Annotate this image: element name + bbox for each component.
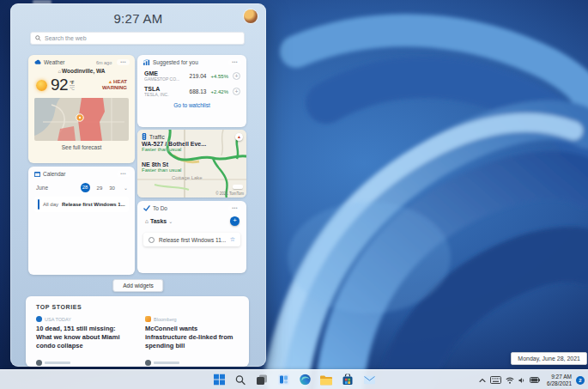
news-article[interactable]: USA TODAY 10 dead, 151 still missing: Wh…: [36, 316, 130, 350]
widgets-icon: [278, 374, 289, 386]
weather-map[interactable]: [34, 98, 129, 141]
todo-icon: [143, 205, 150, 211]
search-input[interactable]: [45, 35, 239, 41]
event-time: All day: [43, 202, 62, 207]
user-avatar[interactable]: [244, 9, 258, 23]
stock-row[interactable]: GME GAMESTOP CO... 219.04 +4.55% +: [137, 68, 246, 83]
stock-price: 688.13: [190, 88, 207, 94]
store-icon: [342, 374, 353, 386]
add-to-watchlist-button[interactable]: +: [233, 72, 240, 80]
add-task-button[interactable]: +: [230, 216, 239, 226]
news-source: USA TODAY: [45, 317, 71, 322]
traffic-icon: [142, 133, 147, 140]
calendar-title: Calendar: [43, 171, 65, 177]
stock-change: +2.42%: [210, 89, 228, 94]
panel-time: 9:27 AM: [10, 11, 266, 26]
more-options-button[interactable]: •••: [117, 59, 130, 65]
home-icon: ⌂: [58, 69, 61, 74]
calendar-date[interactable]: 29: [97, 185, 103, 191]
search-bar[interactable]: [30, 32, 245, 45]
stock-name: GAMESTOP CO...: [144, 76, 185, 82]
search-icon: [35, 35, 41, 41]
route-status: Faster than usual: [142, 147, 206, 152]
todo-widget[interactable]: To Do ••• ⌂ Tasks ⌄ + Release first Wind…: [137, 201, 246, 273]
calendar-icon: [34, 171, 40, 177]
calendar-date[interactable]: 30: [109, 185, 115, 191]
map-attribution: © 2021 TomTom: [215, 191, 244, 196]
more-options-button[interactable]: •••: [228, 205, 241, 211]
folder-icon: [320, 374, 332, 385]
taskbar-clock[interactable]: 9:27 AM 6/28/2021: [547, 374, 572, 386]
event-accent-bar: [38, 199, 39, 210]
news-source-icon: [145, 316, 151, 322]
stocks-widget[interactable]: Suggested for you ••• GME GAMESTOP CO...…: [137, 55, 246, 127]
map-zoom-control[interactable]: [233, 185, 243, 189]
calendar-date-selected[interactable]: 28: [81, 183, 90, 192]
stock-change: +4.55%: [210, 74, 228, 79]
mail-icon: [364, 375, 375, 384]
news-article[interactable]: Bloomberg McConnell wants infrastructure…: [145, 316, 239, 350]
add-to-watchlist-button[interactable]: +: [233, 88, 240, 95]
go-to-watchlist-link[interactable]: Go to watchlist: [137, 102, 246, 108]
news-headline: 10 dead, 151 still missing: What we know…: [36, 325, 130, 350]
traffic-widget[interactable]: Traffic WA-527 / Bothell Eve... Faster t…: [137, 130, 246, 198]
windows-icon: [214, 374, 225, 386]
news-headline: McConnell wants infrastructure de-linked…: [145, 325, 239, 350]
stock-name: TESLA, INC.: [144, 92, 185, 97]
start-button[interactable]: [212, 373, 227, 387]
add-widgets-button[interactable]: Add widgets: [112, 279, 163, 292]
weather-widget[interactable]: Weather 6m ago ••• ⌂Woodinville, WA 92 °…: [28, 55, 135, 163]
search-button[interactable]: [233, 373, 248, 387]
taskbar: 9:27 AM 6/28/2021 2: [0, 369, 588, 389]
warning-triangle-icon: ▲: [108, 79, 112, 84]
tasks-dropdown[interactable]: ⌂ Tasks ⌄ +: [137, 214, 246, 226]
widgets-panel: 9:27 AM Weather 6m ago ••• ⌂Woodinville,…: [10, 3, 266, 367]
weather-title: Weather: [44, 59, 64, 65]
wifi-icon[interactable]: [506, 377, 514, 384]
task-view-button[interactable]: [255, 373, 270, 387]
more-options-button[interactable]: •••: [117, 171, 130, 177]
edge-button[interactable]: [298, 373, 312, 387]
file-explorer-button[interactable]: [319, 373, 334, 387]
tray-chevron-up-icon[interactable]: [479, 378, 486, 383]
volume-icon[interactable]: [518, 377, 525, 384]
stocks-icon: [143, 59, 150, 65]
news-source-icon: [36, 316, 42, 322]
traffic-route[interactable]: WA-527 / Bothell Eve... Faster than usua…: [142, 141, 206, 152]
widgets-button[interactable]: [276, 373, 291, 387]
battery-icon[interactable]: [530, 377, 540, 383]
store-button[interactable]: [341, 373, 355, 387]
temp-unit-f[interactable]: °F: [70, 80, 75, 86]
star-icon[interactable]: ☆: [230, 236, 235, 243]
weather-location-row: ⌂Woodinville, WA: [28, 68, 135, 74]
calendar-widget[interactable]: Calendar ••• June 28 29 30 ⌄ All day Rel…: [28, 167, 135, 275]
date-tooltip: Monday, June 28, 2021: [511, 352, 587, 365]
heat-warning: ▲HEAT WARNING: [102, 79, 127, 91]
task-checkbox[interactable]: [149, 237, 155, 243]
event-row[interactable]: All day Release first Windows 1...: [34, 197, 129, 212]
mail-button[interactable]: [362, 373, 377, 387]
news-section: TOP STORIES USA TODAY 10 dead, 151 still…: [26, 296, 249, 367]
home-icon: ⌂: [145, 218, 149, 224]
weather-updated: 6m ago: [96, 60, 112, 65]
more-options-button[interactable]: •••: [228, 59, 241, 65]
notification-badge[interactable]: 2: [576, 376, 585, 385]
compass-icon[interactable]: ▲: [235, 133, 243, 141]
news-source-icon: [145, 360, 151, 366]
traffic-route[interactable]: NE 8th St Faster than usual: [142, 161, 181, 173]
task-item[interactable]: Release first Windows 11... ☆: [143, 233, 240, 246]
news-source-icon: [36, 360, 42, 366]
stock-row[interactable]: TSLA TESLA, INC. 688.13 +2.42% +: [137, 83, 246, 99]
news-more-articles: [36, 360, 239, 366]
see-full-forecast-link[interactable]: See full forecast: [28, 144, 135, 150]
chevron-down-icon[interactable]: ⌄: [124, 185, 128, 191]
task-view-icon: [257, 374, 268, 386]
weather-icon: [34, 59, 41, 65]
search-icon: [235, 374, 246, 385]
map-label: Cottage Lake: [172, 175, 203, 180]
calendar-month: June: [36, 185, 48, 191]
keyboard-icon[interactable]: [490, 376, 501, 384]
route-name: WA-527 / Bothell Eve...: [142, 141, 206, 147]
temp-unit-c[interactable]: °C: [70, 86, 75, 91]
event-title: Release first Windows 1...: [62, 202, 125, 207]
